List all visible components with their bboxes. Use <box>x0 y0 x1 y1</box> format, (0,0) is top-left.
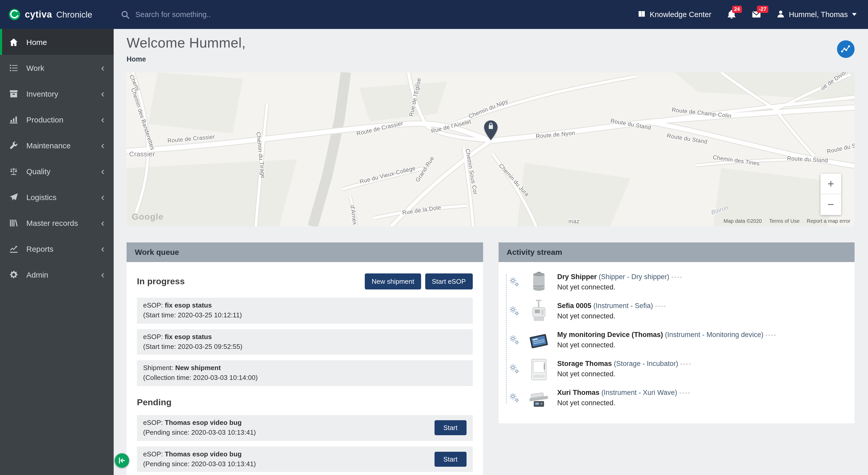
cogs-icon <box>506 363 522 374</box>
search-input[interactable] <box>135 10 358 19</box>
map-road-label: Rue de l'Eglise <box>408 77 422 117</box>
map-road-label: Chemin des Banderettes <box>130 87 156 151</box>
sidebar-item-admin[interactable]: Admin‹ <box>0 262 114 287</box>
map-road-label: maz <box>568 218 580 224</box>
map-road-label: d'Arnex <box>349 205 358 225</box>
map-road-label: Rue du Vieux-Collège <box>359 165 416 185</box>
chevron-left-icon: ‹ <box>101 192 104 202</box>
map-road-label: Route de Nyon <box>535 129 575 139</box>
work-queue-header: Work queue <box>127 242 483 262</box>
report-map-error-link[interactable]: Report a map error <box>807 218 850 224</box>
brand[interactable]: cytiva Chronicle <box>0 8 114 21</box>
chevron-left-icon: ‹ <box>101 166 104 176</box>
map-road-label: Route de Champ-Colin <box>672 107 732 119</box>
knowledge-center-label: Knowledge Center <box>650 10 711 19</box>
brand-cytiva-text: cytiva <box>25 9 52 20</box>
work-queue-item-title: Shipment: New shipment <box>143 364 466 374</box>
activity-item: My monitoring Device (Thomas) (Instrumen… <box>506 328 846 353</box>
activity-item: Sefia 0005 (Instrument - Sefia) ----Not … <box>506 299 846 324</box>
activity-shortcut-button[interactable] <box>837 40 855 58</box>
activity-item-type: (Instrument - Xuri Wave) <box>601 389 677 396</box>
terms-of-use-link[interactable]: Terms of Use <box>769 218 800 224</box>
activity-list: Dry Shipper (Shipper - Dry shipper) ----… <box>498 262 855 423</box>
activity-item: Xuri Thomas (Instrument - Xuri Wave) ---… <box>506 386 846 411</box>
activity-item-leader: ---- <box>671 273 683 281</box>
pending-item-text: eSOP: Thomas esop video bug(Pending sinc… <box>143 418 256 438</box>
notification-badge: 24 <box>732 6 742 13</box>
activity-item: Dry Shipper (Shipper - Dry shipper) ----… <box>506 270 846 295</box>
work-queue-item: eSOP: fix esop status(Start time: 2020-0… <box>137 329 472 355</box>
sidebar-item-home[interactable]: Home <box>0 29 114 55</box>
activity-item-text: My monitoring Device (Thomas) (Instrumen… <box>557 328 777 349</box>
map-town-label: Crassier <box>129 150 155 158</box>
activity-item-leader: ---- <box>766 331 777 338</box>
activity-item-name[interactable]: Xuri Thomas <box>557 389 599 396</box>
work-queue-item: eSOP: fix esop status(Start time: 2020-0… <box>137 298 472 323</box>
sidebar-item-inventory[interactable]: Inventory‹ <box>0 81 114 107</box>
activity-item-type: (Shipper - Dry shipper) <box>599 273 669 281</box>
map-zoom-control: + − <box>820 174 841 215</box>
activity-item-leader: ---- <box>655 302 666 309</box>
activity-item-status: Not yet connected. <box>557 399 690 407</box>
sidebar-item-label: Master records <box>26 218 101 227</box>
navbar-actions: Knowledge Center 24 -27 Hummel, Thomas <box>637 9 868 19</box>
work-queue-pending-item: eSOP: Thomas esop video bug(Pending sinc… <box>137 447 472 472</box>
sidebar-item-maintenance[interactable]: Maintenance‹ <box>0 132 114 158</box>
sidebar-item-logistics[interactable]: Logistics‹ <box>0 184 114 210</box>
work-queue-buttons: New shipmentStart eSOP <box>365 273 472 290</box>
new-shipment-button[interactable]: New shipment <box>365 273 421 290</box>
production-icon <box>9 115 20 124</box>
google-logo[interactable]: Google <box>132 212 163 222</box>
page-title: Welcome Hummel, <box>127 35 246 51</box>
start-button[interactable]: Start <box>435 452 466 467</box>
chevron-left-icon: ‹ <box>101 270 104 279</box>
map-marker-pin[interactable] <box>483 120 499 141</box>
zoom-in-button[interactable]: + <box>820 174 841 194</box>
page-header: Welcome Hummel, Home <box>127 35 855 63</box>
chevron-left-icon: ‹ <box>101 218 104 228</box>
message-badge: -27 <box>757 6 769 13</box>
pending-heading: Pending <box>137 397 472 408</box>
panels-row: Work queue In progress New shipmentStart… <box>127 242 855 475</box>
cogs-icon <box>506 305 522 316</box>
zoom-out-button[interactable]: − <box>820 194 841 215</box>
map-road-label: Grand-Rue <box>414 155 435 183</box>
activity-item-status: Not yet connected. <box>557 370 691 378</box>
map[interactable]: Route de CrassierRoute de CrassierRoute … <box>127 72 855 227</box>
activity-stream-panel: Activity stream Dry Shipper (Shipper - D… <box>498 242 855 423</box>
sidebar-item-master-records[interactable]: Master records‹ <box>0 210 114 236</box>
map-attribution: Map data ©2020 Terms of Use Report a map… <box>723 218 850 224</box>
activity-item-name[interactable]: Sefia 0005 <box>557 302 591 309</box>
messages-button[interactable]: -27 <box>752 10 761 19</box>
activity-item-name[interactable]: Dry Shipper <box>557 273 597 281</box>
notifications-button[interactable]: 24 <box>727 10 736 19</box>
start-esop-button[interactable]: Start eSOP <box>425 273 473 290</box>
activity-item-leader: ---- <box>680 360 691 367</box>
sidebar-item-quality[interactable]: Quality‹ <box>0 158 114 184</box>
user-menu[interactable]: Hummel, Thomas <box>777 9 857 19</box>
work-queue-item-title: eSOP: fix esop status <box>143 301 466 310</box>
sidebar-item-work[interactable]: Work‹ <box>0 55 114 81</box>
start-button[interactable]: Start <box>435 420 466 436</box>
sidebar-item-production[interactable]: Production‹ <box>0 107 114 132</box>
sidebar-item-reports[interactable]: Reports‹ <box>0 236 114 262</box>
sidebar-item-label: Work <box>26 63 101 72</box>
work-queue-pending-item: eSOP: Thomas esop video bug(Pending sinc… <box>137 415 472 441</box>
scale-icon <box>9 167 20 176</box>
in-progress-heading: In progress <box>137 276 185 287</box>
knowledge-center-link[interactable]: Knowledge Center <box>637 9 711 19</box>
map-road-label: Route du Sta <box>826 141 855 154</box>
sidebar-item-label: Maintenance <box>26 141 101 150</box>
activity-item-name[interactable]: Storage Thomas <box>557 360 612 367</box>
pending-item-time: (Pending since: 2020-03-03 10:13:41) <box>143 428 256 438</box>
home-icon <box>9 37 20 46</box>
pending-item-text: eSOP: Thomas esop video bug(Pending sinc… <box>143 450 256 469</box>
chevron-left-icon: ‹ <box>101 140 104 150</box>
activity-item-name[interactable]: My monitoring Device (Thomas) <box>557 331 663 338</box>
sidebar-collapse-button[interactable] <box>115 453 129 468</box>
records-icon <box>9 218 20 227</box>
activity-item-type: (Instrument - Monitoring device) <box>665 331 764 338</box>
map-road-label: Route du Stand <box>666 132 708 145</box>
sidebar-nav: HomeWork‹Inventory‹Production‹Maintenanc… <box>0 29 114 475</box>
work-queue-body: In progress New shipmentStart eSOP eSOP:… <box>127 262 483 475</box>
